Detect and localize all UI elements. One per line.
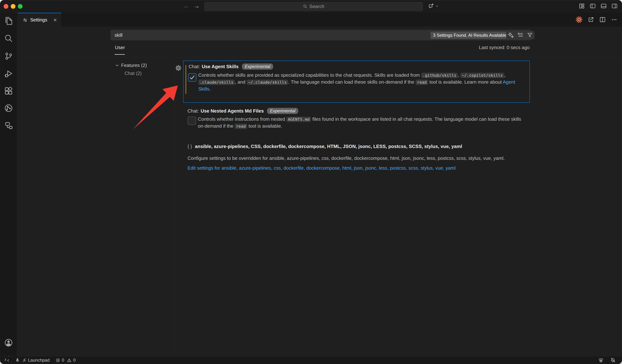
toc-divider xyxy=(174,60,175,356)
code-copilot-skills: ~/.copilot/skills xyxy=(460,73,504,78)
minimize-window-button[interactable] xyxy=(11,4,16,9)
setting-category: Chat: xyxy=(188,108,199,114)
run-debug-icon[interactable] xyxy=(4,69,13,78)
tab-settings[interactable]: Settings xyxy=(18,13,61,27)
error-icon xyxy=(56,358,60,363)
zoom-window-button[interactable] xyxy=(18,4,22,9)
setting-actions-gear-icon[interactable] xyxy=(175,64,182,72)
warning-icon xyxy=(67,358,72,363)
toggle-panel-icon[interactable] xyxy=(600,2,607,9)
split-editor-icon[interactable] xyxy=(599,16,606,23)
last-synced-label: Last synced: 0 secs ago xyxy=(479,45,530,50)
history-forward-button[interactable]: → xyxy=(194,2,200,9)
editor-tab-bar: Settings xyxy=(17,13,622,27)
settings-count-badge: 3 Settings Found. AI Results Available xyxy=(430,32,509,39)
close-tab-icon[interactable] xyxy=(53,18,57,22)
scope-tab-underline xyxy=(115,54,125,55)
language-override-section: { } ansible, azure-pipelines, CSS, docke… xyxy=(183,141,540,181)
checkmark-icon xyxy=(188,74,196,81)
edit-language-settings-link[interactable]: Edit settings for ansible, azure-pipelin… xyxy=(188,165,533,172)
source-control-icon[interactable] xyxy=(4,51,13,61)
code-read-tool: read xyxy=(235,124,247,129)
search-sidebar-icon[interactable] xyxy=(4,34,13,43)
search-icon xyxy=(303,4,308,9)
close-window-button[interactable] xyxy=(4,4,8,9)
command-center-search-label: Search xyxy=(309,4,324,9)
history-back-button[interactable]: ← xyxy=(183,2,190,9)
clear-search-filters-icon[interactable] xyxy=(517,32,524,38)
copilot-chat-button[interactable] xyxy=(428,3,439,9)
tab-label: Settings xyxy=(30,17,47,23)
code-home-claude-skills: ~/.claude/skills xyxy=(247,80,288,85)
toggle-secondary-sidebar-icon[interactable] xyxy=(611,2,618,9)
notifications-muted-bell-icon[interactable] xyxy=(610,357,616,363)
language-override-description: Configure settings to be overridden for … xyxy=(188,155,533,162)
explorer-icon[interactable] xyxy=(4,16,13,26)
code-agents-md: AGENTS.md xyxy=(287,117,311,122)
setting-label: Use Nested Agents Md Files xyxy=(201,108,264,114)
launchpad-status-item[interactable]: Launchpad xyxy=(15,358,50,363)
experimental-badge: Experimental xyxy=(242,63,273,70)
experimental-badge: Experimental xyxy=(267,108,298,114)
launchpad-label: Launchpad xyxy=(28,358,50,363)
filter-funnel-icon[interactable] xyxy=(526,32,533,38)
extensions-icon[interactable] xyxy=(4,86,13,96)
toggle-primary-sidebar-icon[interactable] xyxy=(589,2,596,9)
command-center-search[interactable]: Search xyxy=(204,2,423,11)
open-settings-json-icon[interactable] xyxy=(587,16,594,23)
nested-agents-md-checkbox[interactable] xyxy=(188,116,196,125)
title-bar: ← → Search xyxy=(0,0,622,13)
chat-sparkle-icon xyxy=(428,3,434,9)
claude-starburst-icon[interactable] xyxy=(575,16,583,23)
setting-description: Controls whether instructions from neste… xyxy=(198,116,527,130)
ai-search-sparkle-icon[interactable] xyxy=(508,32,514,38)
code-read-tool: read xyxy=(416,80,428,85)
agent-skills-checkbox[interactable] xyxy=(188,73,196,82)
setting-category: Chat: xyxy=(189,64,200,69)
remote-indicator-icon[interactable] xyxy=(4,357,9,363)
chevron-down-icon xyxy=(115,63,119,68)
rocket-icon xyxy=(15,358,20,363)
plug-icon xyxy=(21,358,27,363)
status-bar: Launchpad 0 0 xyxy=(0,356,622,364)
code-github-skills: .github/skills xyxy=(421,73,458,78)
git-graph-icon[interactable] xyxy=(4,103,13,113)
copilot-status-icon[interactable] xyxy=(598,357,604,363)
settings-sliders-icon xyxy=(22,18,28,22)
toc-features-label: Features (2) xyxy=(121,62,147,68)
header-divider xyxy=(17,57,622,57)
more-actions-icon[interactable] xyxy=(611,16,618,23)
settings-editor: 3 Settings Found. AI Results Available U… xyxy=(17,27,622,356)
customize-layout-icon[interactable] xyxy=(578,2,585,9)
setting-description: Controls whether skills are provided as … xyxy=(198,72,528,92)
scope-tab-user[interactable]: User xyxy=(115,45,125,50)
language-list-title: ansible, azure-pipelines, CSS, dockerfil… xyxy=(195,144,462,149)
toc-chat-label: Chat (2) xyxy=(125,71,142,76)
setting-row-use-agent-skills[interactable]: Chat: Use Agent Skills Experimental Cont… xyxy=(183,60,530,103)
setting-label: Use Agent Skills xyxy=(202,64,239,69)
braces-icon: { } xyxy=(188,144,192,149)
toc-item-features[interactable]: Features (2) xyxy=(115,62,147,68)
hierarchy-views-icon[interactable] xyxy=(4,121,13,130)
account-icon[interactable] xyxy=(4,338,13,347)
warning-count: 0 xyxy=(73,358,76,363)
activity-bar xyxy=(0,13,17,356)
setting-row-use-nested-agents-md[interactable]: Chat: Use Nested Agents Md Files Experim… xyxy=(183,106,530,136)
problems-status-item[interactable]: 0 0 xyxy=(56,358,76,363)
toc-item-chat[interactable]: Chat (2) xyxy=(125,71,142,76)
vscode-window: ← → Search Settings xyxy=(0,0,622,364)
code-claude-skills: .claude/skills xyxy=(198,80,235,85)
modified-indicator xyxy=(185,65,186,94)
error-count: 0 xyxy=(62,358,64,363)
chevron-down-icon xyxy=(435,4,439,8)
